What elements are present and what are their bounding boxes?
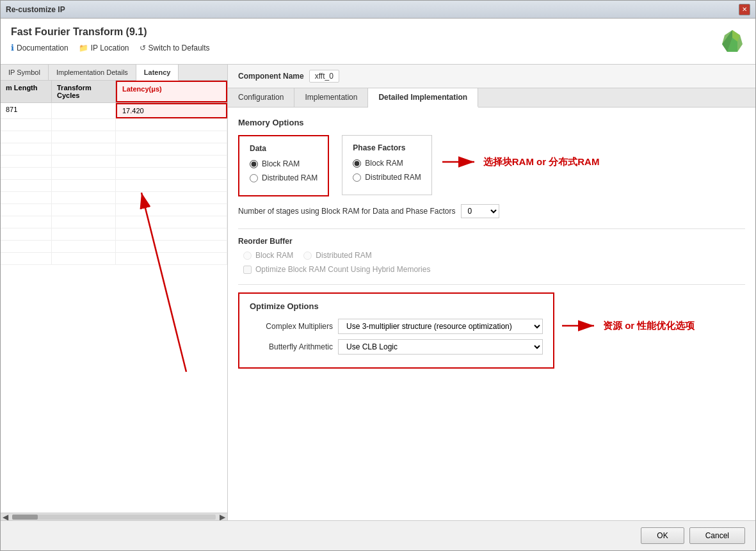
complex-multipliers-row: Complex Multipliers Use 3-multiplier str… (250, 319, 543, 334)
optimize-annotation: 资源 or 性能优化选项 (562, 318, 695, 333)
phase-distributed-ram-label: Distributed RAM (365, 173, 421, 182)
table-row (1, 143, 227, 156)
table-row (1, 241, 227, 253)
component-name-label: Component Name (238, 72, 304, 81)
reorder-buffer-title: Reorder Buffer (238, 237, 745, 246)
title-bar: Re-customize IP ✕ (1, 1, 755, 19)
table-row (1, 204, 227, 216)
ok-button[interactable]: OK (641, 527, 684, 544)
hybrid-memories-row: Optimize Block RAM Count Using Hybrid Me… (238, 265, 745, 274)
tab-content: Memory Options Data Block RAM Distribute… (228, 108, 755, 520)
stages-row: Number of stages using Block RAM for Dat… (238, 204, 745, 218)
ip-location-link[interactable]: 📁 IP Location (79, 44, 129, 52)
xilinx-logo (720, 29, 745, 56)
component-name-value: xfft_0 (309, 70, 339, 83)
left-panel: IP Symbol Implementation Details Latency… (1, 65, 228, 520)
refresh-icon: ↺ (140, 44, 146, 52)
hybrid-memories-label: Optimize Block RAM Count Using Hybrid Me… (255, 265, 430, 274)
cancel-button[interactable]: Cancel (689, 527, 745, 544)
reorder-distributed-ram-label: Distributed RAM (316, 251, 371, 260)
col-latency: Latency(μs) (116, 81, 227, 102)
phase-block-ram-label: Block RAM (365, 159, 403, 168)
data-distributed-ram-label: Distributed RAM (262, 173, 318, 182)
data-distributed-ram-radio[interactable] (250, 174, 258, 182)
table-row: 871 17.420 (1, 103, 227, 119)
memory-options-title: Memory Options (238, 118, 745, 127)
optimize-section: Optimize Options Complex Multipliers Use… (238, 292, 745, 379)
main-window: Re-customize IP ✕ Fast Fourier Transform… (0, 0, 756, 551)
scroll-thumb[interactable] (12, 515, 38, 520)
optimize-options-box: Optimize Options Complex Multipliers Use… (238, 292, 554, 369)
header-section: Fast Fourier Transform (9.1) ℹ Documenta… (1, 19, 755, 65)
table-row (1, 192, 227, 204)
phase-distributed-ram-option[interactable]: Distributed RAM (353, 173, 421, 182)
bottom-buttons: OK Cancel (1, 520, 755, 550)
memory-annotation-arrow (442, 154, 481, 170)
table-row (1, 253, 227, 265)
phase-factors-title: Phase Factors (353, 143, 421, 152)
component-name-bar: Component Name xfft_0 (228, 65, 755, 88)
main-content: IP Symbol Implementation Details Latency… (1, 65, 755, 520)
table-header: m Length Transform Cycles Latency(μs) (1, 81, 227, 103)
tab-latency[interactable]: Latency (136, 65, 179, 81)
table-row (1, 180, 227, 192)
memory-annotation: 选择块RAM or 分布式RAM (442, 154, 600, 170)
complex-multipliers-label: Complex Multipliers (250, 322, 333, 331)
phase-factors-group: Phase Factors Block RAM Distributed RAM (342, 135, 431, 195)
table-row (1, 131, 227, 143)
divider2 (238, 284, 745, 285)
reorder-options: Block RAM Distributed RAM (238, 251, 745, 265)
tab-implementation[interactable]: Implementation (294, 88, 368, 107)
optimize-annotation-text: 资源 or 性能优化选项 (603, 320, 695, 332)
memory-annotation-text: 选择块RAM or 分布式RAM (483, 156, 600, 168)
app-title: Fast Fourier Transform (9.1) (11, 26, 210, 38)
cell-m-length: 871 (1, 103, 52, 118)
butterfly-dropdown[interactable]: Use CLB Logic Use DSP48 (338, 339, 543, 355)
data-distributed-ram-option[interactable]: Distributed RAM (250, 173, 318, 182)
reorder-distributed-ram-option: Distributed RAM (303, 251, 371, 260)
phase-block-ram-option[interactable]: Block RAM (353, 159, 421, 168)
switch-to-defaults-label: Switch to Defaults (149, 44, 210, 52)
tab-ip-symbol[interactable]: IP Symbol (1, 65, 49, 80)
scroll-track[interactable] (12, 515, 215, 520)
data-group-title: Data (250, 144, 318, 153)
reorder-buffer-section: Reorder Buffer Block RAM Distributed RAM (238, 237, 745, 274)
butterfly-arithmetic-row: Butterfly Arithmetic Use CLB Logic Use D… (250, 339, 543, 355)
data-memory-group: Data Block RAM Distributed RAM (238, 135, 329, 196)
phase-block-ram-radio[interactable] (353, 159, 361, 168)
window-title: Re-customize IP (6, 5, 65, 14)
table-row (1, 156, 227, 168)
left-tabs: IP Symbol Implementation Details Latency (1, 65, 227, 81)
cell-transform-cycles (52, 103, 116, 118)
hybrid-memories-checkbox (243, 266, 252, 274)
documentation-label: Documentation (17, 44, 68, 52)
table-row (1, 216, 227, 228)
close-button[interactable]: ✕ (739, 4, 750, 15)
reorder-block-ram-label: Block RAM (255, 251, 293, 260)
phase-distributed-ram-radio[interactable] (353, 173, 361, 182)
reorder-block-ram-option: Block RAM (243, 251, 293, 260)
optimize-options-title: Optimize Options (250, 301, 543, 311)
horizontal-scrollbar[interactable]: ◀ ▶ (1, 513, 227, 520)
col-transform-cycles: Transform Cycles (52, 81, 116, 102)
tab-configuration[interactable]: Configuration (228, 88, 294, 107)
switch-to-defaults-button[interactable]: ↺ Switch to Defaults (140, 44, 210, 52)
data-block-ram-radio[interactable] (250, 160, 258, 168)
table-row (1, 228, 227, 241)
location-icon: 📁 (79, 44, 88, 52)
complex-multipliers-dropdown[interactable]: Use 3-multiplier structure (resource opt… (338, 319, 543, 334)
data-block-ram-option[interactable]: Block RAM (250, 159, 318, 168)
data-block-ram-label: Block RAM (262, 159, 300, 168)
optimize-annotation-arrow (562, 318, 600, 333)
toolbar: ℹ Documentation 📁 IP Location ↺ Switch t… (11, 43, 210, 52)
stages-label: Number of stages using Block RAM for Dat… (238, 207, 456, 216)
cell-latency: 17.420 (116, 103, 227, 118)
tab-detailed-implementation[interactable]: Detailed Implementation (368, 88, 478, 108)
info-icon: ℹ (11, 43, 14, 52)
tab-implementation-details[interactable]: Implementation Details (49, 65, 136, 80)
reorder-distributed-ram-radio (303, 252, 312, 260)
right-panel: Component Name xfft_0 Configuration Impl… (228, 65, 755, 520)
ip-location-label: IP Location (91, 44, 129, 52)
stages-dropdown[interactable]: 0 1 2 (461, 204, 499, 218)
documentation-link[interactable]: ℹ Documentation (11, 43, 68, 52)
